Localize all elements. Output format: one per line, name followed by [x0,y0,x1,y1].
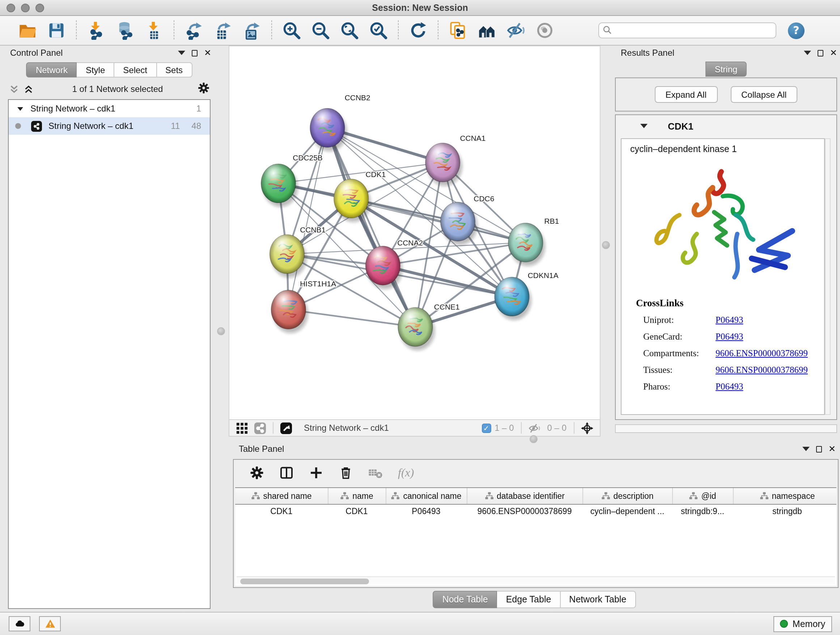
right-splitter[interactable] [600,46,612,442]
results-hscroll-track[interactable] [615,424,837,433]
table-cell[interactable]: 9606.ENSP00000378699 [467,504,583,518]
graphics-details-button[interactable] [476,19,498,41]
selected-nodes-checkbox[interactable]: ✓ [482,423,491,432]
column-header-database-identifier[interactable]: database identifier [467,488,583,504]
gene-section-header[interactable]: CDK1 [616,115,836,137]
table-menu-icon[interactable] [802,447,810,451]
results-float-icon[interactable] [818,50,823,56]
panel-float-icon[interactable] [192,50,197,56]
crosslink-tissues-link[interactable]: 9606.ENSP00000378699 [715,365,808,376]
crosslink-pharos-link[interactable]: P06493 [715,382,743,393]
grid-view-icon[interactable] [236,422,248,434]
import-network-file-button[interactable] [85,19,107,41]
results-close-icon[interactable]: ✕ [830,49,837,57]
pan-crosshair-icon[interactable] [581,422,593,434]
zoom-in-button[interactable] [281,19,302,41]
search-input[interactable] [598,22,776,38]
open-session-button[interactable] [17,19,38,41]
table-options-gear-icon[interactable] [249,466,264,480]
hide-details-button[interactable] [505,19,527,41]
table-cell[interactable]: P06493 [386,504,467,518]
network-node-CDC25B[interactable]: CDC25B [261,154,323,207]
tab-string[interactable]: String [706,62,747,77]
tab-sets[interactable]: Sets [156,62,192,78]
export-image-button[interactable] [241,19,263,41]
table-cell[interactable]: stringdb [733,504,836,518]
delete-column-icon[interactable] [339,466,353,480]
network-row-selected[interactable]: String Network – cdk1 11 48 [9,117,210,135]
table-hscrollbar-thumb[interactable] [240,578,369,584]
help-button[interactable]: ? [788,22,805,39]
right-splitter-handle[interactable] [602,241,610,249]
memory-button[interactable]: Memory [774,616,832,632]
tab-node-table[interactable]: Node Table [433,591,497,608]
table-cell[interactable]: CDK1 [235,504,328,518]
show-details-button[interactable] [534,19,556,41]
network-node-CCNB1[interactable]: CCNB1 [270,226,326,278]
tree-expander-icon[interactable] [17,107,23,111]
hidden-eye-icon[interactable] [529,422,541,434]
network-node-RB1[interactable]: RB1 [508,217,559,266]
crosslink-compartments-link[interactable]: 9606.ENSP00000378699 [715,348,808,359]
export-table-button[interactable] [212,19,234,41]
column-header-namespace[interactable]: namespace [733,488,836,504]
add-column-icon[interactable] [309,466,324,480]
left-splitter-handle[interactable] [217,327,225,335]
collapse-all-icon[interactable] [9,84,19,95]
table-cell[interactable]: CDK1 [328,504,386,518]
network-node-CCNE1[interactable]: CCNE1 [398,302,459,350]
network-share-view-icon[interactable] [254,422,266,434]
column-header-id[interactable]: @id [672,488,733,504]
apply-layout-button[interactable] [407,19,429,41]
column-header-shared-name[interactable]: shared name [235,488,328,504]
panel-close-icon[interactable]: ✕ [204,49,211,57]
warnings-button[interactable] [39,616,61,631]
left-splitter[interactable] [214,46,229,610]
birds-eye-view-icon[interactable] [280,422,292,434]
column-header-name[interactable]: name [328,488,386,504]
zoom-out-button[interactable] [309,19,332,41]
table-float-icon[interactable] [816,446,822,452]
results-scrollbar[interactable] [825,138,831,415]
delete-table-icon[interactable] [368,466,383,480]
expand-all-button[interactable]: Expand All [655,86,717,103]
network-options-gear-icon[interactable] [197,81,210,97]
table-close-icon[interactable]: ✕ [829,445,836,453]
import-table-button[interactable] [143,19,165,41]
collapse-all-button[interactable]: Collapse All [730,86,797,103]
function-builder-icon[interactable]: f(x) [398,466,414,479]
network-collection-row[interactable]: String Network – cdk1 1 [9,100,210,117]
panel-menu-icon[interactable] [178,51,185,55]
export-network-button[interactable] [183,19,205,41]
tab-network[interactable]: Network [27,62,77,78]
zoom-fit-button[interactable] [339,19,360,41]
import-network-database-button[interactable] [114,19,136,41]
tab-select[interactable]: Select [114,62,156,78]
crosslink-uniprot-link[interactable]: P06493 [715,315,743,326]
network-edge[interactable] [351,198,526,242]
zoom-selected-button[interactable] [368,19,389,41]
show-columns-icon[interactable] [279,466,294,480]
network-node-CDKN1A[interactable]: CDKN1A [494,271,559,320]
cloud-status-button[interactable] [9,616,30,631]
tab-style[interactable]: Style [77,62,114,78]
expand-all-icon[interactable] [23,84,34,95]
gene-expander-icon[interactable] [640,124,647,128]
tab-network-table[interactable]: Network Table [561,591,636,608]
network-node-CCNB2[interactable]: CCNB2 [310,93,370,151]
crosslink-genecard-link[interactable]: P06493 [715,332,743,342]
network-edge[interactable] [327,128,415,327]
new-network-from-selection-button[interactable] [447,19,469,41]
table-cell[interactable]: cyclin–dependent ... [583,504,672,518]
results-menu-icon[interactable] [804,51,811,55]
table-hscrollbar[interactable] [237,576,835,584]
save-session-button[interactable] [46,19,67,41]
bottom-splitter[interactable] [229,437,600,442]
tab-edge-table[interactable]: Edge Table [497,591,561,608]
network-node-HIST1H1A[interactable]: HIST1H1A [271,279,336,333]
network-node-CCNA1[interactable]: CCNA1 [425,134,486,186]
column-header-canonical-name[interactable]: canonical name [386,488,467,504]
table-cell[interactable]: stringdb:9... [672,504,733,518]
network-canvas[interactable]: CCNB2CCNA1CDC25BCDK1CDC6RB1CCNB1CCNA2CDK… [229,46,600,420]
column-header-description[interactable]: description [583,488,672,504]
